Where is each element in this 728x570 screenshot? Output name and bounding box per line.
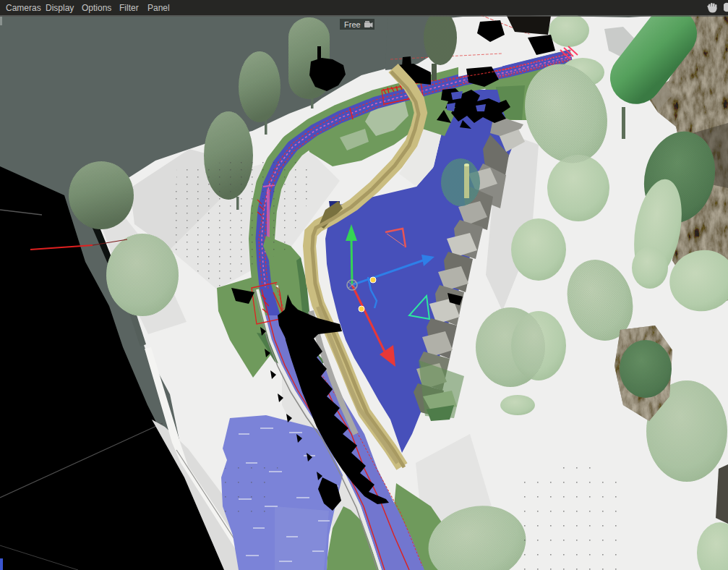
svg-text:Display: Display <box>46 3 74 13</box>
svg-text:Free: Free <box>344 20 361 29</box>
svg-text:Options: Options <box>82 3 111 13</box>
svg-text:Filter: Filter <box>119 3 139 13</box>
svg-text:Panel: Panel <box>147 3 170 13</box>
svg-text:Cameras: Cameras <box>6 3 41 13</box>
